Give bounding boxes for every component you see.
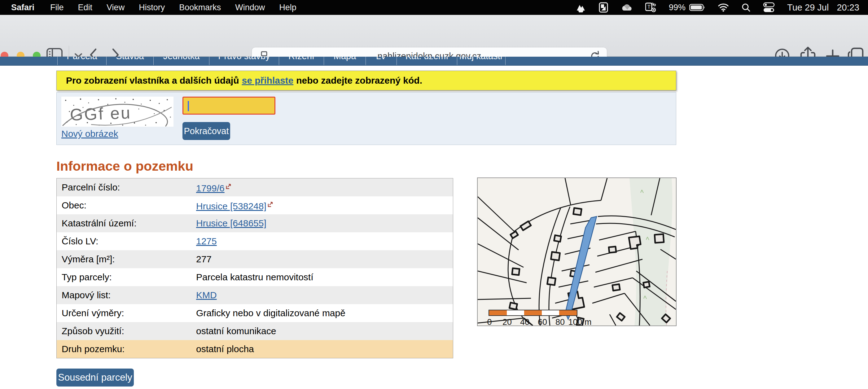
table-row: Obec: Hrusice [538248] bbox=[57, 196, 453, 214]
row-label: Katastrální území: bbox=[57, 218, 196, 229]
tab-muj-katastr[interactable]: Můj katastr bbox=[457, 57, 505, 65]
map-drawing: ch bbox=[478, 178, 676, 325]
spotlight-icon[interactable] bbox=[741, 3, 751, 12]
continue-button[interactable]: Pokračovat bbox=[182, 122, 230, 140]
table-row: Katastrální území: Hrusice [648655] bbox=[57, 214, 453, 232]
scale-tick: 20 bbox=[502, 318, 512, 326]
lv-number-link[interactable]: 1275 bbox=[196, 236, 217, 246]
row-value: 277 bbox=[196, 254, 453, 264]
captcha-image: GGf eu bbox=[61, 97, 174, 127]
tab-stavba[interactable]: Stavba bbox=[106, 57, 153, 65]
map-sheet-link[interactable]: KMD bbox=[196, 290, 217, 300]
map-scale-ticks: 0 20 40 60 80 100 m bbox=[478, 318, 676, 326]
menu-view[interactable]: View bbox=[99, 3, 132, 12]
scan-app-icon[interactable] bbox=[599, 2, 608, 13]
row-label: Druh pozemku: bbox=[57, 344, 196, 354]
table-row: Způsob využití: ostatní komunikace bbox=[57, 322, 453, 340]
row-value: Parcela katastru nemovitostí bbox=[196, 272, 453, 283]
row-label: Určení výměry: bbox=[57, 308, 196, 318]
row-label: Číslo LV: bbox=[57, 236, 196, 247]
row-label: Typ parcely: bbox=[57, 272, 196, 283]
parcel-info-table: Parcelní číslo: 1799/6 Obec: Hrusice [53… bbox=[56, 178, 453, 358]
battery-icon bbox=[689, 4, 705, 11]
scale-tick: 100 m bbox=[568, 318, 591, 326]
row-value: ostatní plocha bbox=[196, 344, 453, 354]
screen: Safari File Edit View History Bookmarks … bbox=[0, 0, 868, 389]
external-link-icon bbox=[225, 181, 231, 192]
captcha-input[interactable] bbox=[182, 97, 275, 115]
teams-status-icon[interactable]: T bbox=[645, 2, 656, 13]
app-mountain-icon[interactable] bbox=[575, 2, 586, 12]
clock-date: Tue 29 Jul bbox=[787, 2, 829, 13]
scale-tick: 80 bbox=[555, 318, 565, 326]
cadastral-area-link[interactable]: Hrusice [648655] bbox=[196, 218, 267, 228]
svg-text:T: T bbox=[647, 4, 651, 10]
scale-tick: 60 bbox=[538, 318, 547, 326]
page-title: Informace o pozemku bbox=[56, 159, 193, 174]
control-center-icon[interactable] bbox=[763, 2, 775, 13]
menu-edit[interactable]: Edit bbox=[71, 3, 100, 12]
row-value: ostatní komunikace bbox=[196, 326, 453, 336]
login-link[interactable]: se přihlaste bbox=[242, 75, 294, 86]
cadastral-map[interactable]: ch 0 20 40 60 80 100 m bbox=[477, 177, 677, 326]
macos-menu-bar: Safari File Edit View History Bookmarks … bbox=[0, 0, 868, 15]
tab-pravo-stavby[interactable]: Právo stavby bbox=[209, 57, 279, 65]
parcel-number-link[interactable]: 1799/6 bbox=[196, 183, 225, 193]
banner-text-before: Pro zobrazení vlastníka a dalších údajů bbox=[66, 75, 239, 86]
menu-history[interactable]: History bbox=[132, 3, 172, 12]
table-row: Parcelní číslo: 1799/6 bbox=[57, 179, 453, 196]
tab-kat-uzemi[interactable]: Kat. území bbox=[397, 57, 457, 65]
tab-lv[interactable]: LV bbox=[366, 57, 397, 65]
map-scale-bar bbox=[489, 310, 578, 316]
row-value: Graficky nebo v digitalizované mapě bbox=[196, 308, 453, 318]
battery-percent-label: 99% bbox=[669, 3, 686, 12]
wifi-icon[interactable] bbox=[718, 3, 729, 12]
text-caret bbox=[188, 101, 189, 111]
menu-help[interactable]: Help bbox=[272, 3, 304, 12]
site-nav-bar: Parcela Stavba Jednotka Právo stavby Říz… bbox=[0, 57, 868, 66]
menu-safari[interactable]: Safari bbox=[8, 3, 43, 12]
row-label: Mapový list: bbox=[57, 290, 196, 300]
login-banner: Pro zobrazení vlastníka a dalších údajů … bbox=[56, 71, 676, 91]
menu-file[interactable]: File bbox=[43, 3, 71, 12]
table-row: Určení výměry: Graficky nebo v digitaliz… bbox=[57, 304, 453, 322]
row-label: Parcelní číslo: bbox=[57, 182, 196, 193]
tab-jednotka[interactable]: Jednotka bbox=[153, 57, 209, 65]
scale-tick: 0 bbox=[487, 318, 492, 326]
captcha-panel: GGf eu Nový obrázek Pokračovat bbox=[56, 92, 676, 145]
table-row: Číslo LV: 1275 bbox=[57, 232, 453, 250]
table-row-highlighted: Druh pozemku: ostatní plocha bbox=[57, 340, 453, 358]
tab-mapa[interactable]: Mapa bbox=[324, 57, 366, 65]
menu-items: Safari File Edit View History Bookmarks … bbox=[0, 3, 304, 12]
menu-window[interactable]: Window bbox=[228, 3, 272, 12]
table-row: Mapový list: KMD bbox=[57, 286, 453, 304]
banner-text-after: nebo zadejte zobrazený kód. bbox=[296, 75, 422, 86]
table-row: Typ parcely: Parcela katastru nemovitost… bbox=[57, 268, 453, 286]
neighbors-button[interactable]: Sousední parcely bbox=[56, 368, 134, 387]
clock-time: 20:23 bbox=[837, 2, 859, 13]
battery-indicator[interactable]: 99% bbox=[669, 3, 705, 12]
table-row: Výměra [m²]: 277 bbox=[57, 250, 453, 268]
external-link-icon bbox=[267, 199, 273, 210]
status-tray: T 99% Tue 29 Jul 20:23 bbox=[575, 2, 868, 13]
row-label: Obec: bbox=[57, 200, 196, 210]
tab-rizeni[interactable]: Řízení bbox=[279, 57, 324, 65]
nav-end-separator bbox=[505, 57, 505, 65]
menu-bookmarks[interactable]: Bookmarks bbox=[172, 3, 228, 12]
cloud-icon[interactable] bbox=[620, 3, 633, 12]
tab-parcela[interactable]: Parcela bbox=[57, 57, 106, 65]
row-label: Způsob využití: bbox=[57, 326, 196, 336]
row-label: Výměra [m²]: bbox=[57, 254, 196, 264]
safari-toolbar: nahlizenidokn.cuzk.gov.cz bbox=[0, 15, 868, 57]
new-captcha-link[interactable]: Nový obrázek bbox=[61, 129, 118, 139]
municipality-link[interactable]: Hrusice [538248] bbox=[196, 201, 267, 211]
menu-clock[interactable]: Tue 29 Jul 20:23 bbox=[787, 2, 859, 13]
scale-tick: 40 bbox=[520, 318, 529, 326]
